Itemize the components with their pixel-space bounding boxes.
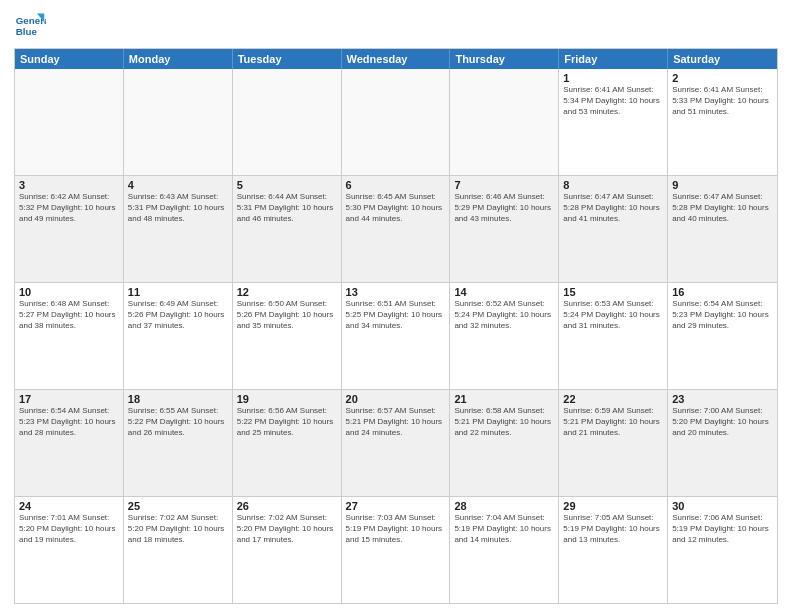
- day-info: Sunrise: 6:45 AM Sunset: 5:30 PM Dayligh…: [346, 192, 446, 224]
- day-info: Sunrise: 7:04 AM Sunset: 5:19 PM Dayligh…: [454, 513, 554, 545]
- day-number: 24: [19, 500, 119, 512]
- day-number: 15: [563, 286, 663, 298]
- calendar-cell: 11Sunrise: 6:49 AM Sunset: 5:26 PM Dayli…: [124, 283, 233, 389]
- day-number: 10: [19, 286, 119, 298]
- day-info: Sunrise: 6:43 AM Sunset: 5:31 PM Dayligh…: [128, 192, 228, 224]
- day-number: 25: [128, 500, 228, 512]
- day-info: Sunrise: 7:02 AM Sunset: 5:20 PM Dayligh…: [128, 513, 228, 545]
- day-number: 2: [672, 72, 773, 84]
- weekday-header-sunday: Sunday: [15, 49, 124, 69]
- calendar-cell: 15Sunrise: 6:53 AM Sunset: 5:24 PM Dayli…: [559, 283, 668, 389]
- day-info: Sunrise: 6:53 AM Sunset: 5:24 PM Dayligh…: [563, 299, 663, 331]
- day-number: 26: [237, 500, 337, 512]
- calendar-cell: 14Sunrise: 6:52 AM Sunset: 5:24 PM Dayli…: [450, 283, 559, 389]
- day-info: Sunrise: 6:56 AM Sunset: 5:22 PM Dayligh…: [237, 406, 337, 438]
- day-info: Sunrise: 6:57 AM Sunset: 5:21 PM Dayligh…: [346, 406, 446, 438]
- weekday-header-wednesday: Wednesday: [342, 49, 451, 69]
- day-number: 14: [454, 286, 554, 298]
- calendar-cell: 19Sunrise: 6:56 AM Sunset: 5:22 PM Dayli…: [233, 390, 342, 496]
- calendar-cell: 23Sunrise: 7:00 AM Sunset: 5:20 PM Dayli…: [668, 390, 777, 496]
- calendar-cell: 22Sunrise: 6:59 AM Sunset: 5:21 PM Dayli…: [559, 390, 668, 496]
- day-info: Sunrise: 6:47 AM Sunset: 5:28 PM Dayligh…: [672, 192, 773, 224]
- day-number: 22: [563, 393, 663, 405]
- day-info: Sunrise: 6:54 AM Sunset: 5:23 PM Dayligh…: [672, 299, 773, 331]
- calendar-cell: 1Sunrise: 6:41 AM Sunset: 5:34 PM Daylig…: [559, 69, 668, 175]
- day-number: 9: [672, 179, 773, 191]
- day-number: 1: [563, 72, 663, 84]
- day-number: 17: [19, 393, 119, 405]
- calendar-cell: 27Sunrise: 7:03 AM Sunset: 5:19 PM Dayli…: [342, 497, 451, 603]
- calendar-cell: 13Sunrise: 6:51 AM Sunset: 5:25 PM Dayli…: [342, 283, 451, 389]
- day-info: Sunrise: 6:58 AM Sunset: 5:21 PM Dayligh…: [454, 406, 554, 438]
- day-info: Sunrise: 6:54 AM Sunset: 5:23 PM Dayligh…: [19, 406, 119, 438]
- day-number: 29: [563, 500, 663, 512]
- calendar-header: SundayMondayTuesdayWednesdayThursdayFrid…: [15, 49, 777, 69]
- calendar-cell: 18Sunrise: 6:55 AM Sunset: 5:22 PM Dayli…: [124, 390, 233, 496]
- day-number: 7: [454, 179, 554, 191]
- day-number: 30: [672, 500, 773, 512]
- calendar-row-0: 1Sunrise: 6:41 AM Sunset: 5:34 PM Daylig…: [15, 69, 777, 175]
- weekday-header-tuesday: Tuesday: [233, 49, 342, 69]
- calendar: SundayMondayTuesdayWednesdayThursdayFrid…: [14, 48, 778, 604]
- day-number: 19: [237, 393, 337, 405]
- day-info: Sunrise: 6:55 AM Sunset: 5:22 PM Dayligh…: [128, 406, 228, 438]
- calendar-row-3: 17Sunrise: 6:54 AM Sunset: 5:23 PM Dayli…: [15, 389, 777, 496]
- day-info: Sunrise: 6:44 AM Sunset: 5:31 PM Dayligh…: [237, 192, 337, 224]
- day-number: 28: [454, 500, 554, 512]
- day-info: Sunrise: 7:00 AM Sunset: 5:20 PM Dayligh…: [672, 406, 773, 438]
- calendar-cell: 25Sunrise: 7:02 AM Sunset: 5:20 PM Dayli…: [124, 497, 233, 603]
- day-info: Sunrise: 7:05 AM Sunset: 5:19 PM Dayligh…: [563, 513, 663, 545]
- calendar-cell: 2Sunrise: 6:41 AM Sunset: 5:33 PM Daylig…: [668, 69, 777, 175]
- weekday-header-saturday: Saturday: [668, 49, 777, 69]
- calendar-row-2: 10Sunrise: 6:48 AM Sunset: 5:27 PM Dayli…: [15, 282, 777, 389]
- day-number: 27: [346, 500, 446, 512]
- day-info: Sunrise: 6:49 AM Sunset: 5:26 PM Dayligh…: [128, 299, 228, 331]
- calendar-cell: 21Sunrise: 6:58 AM Sunset: 5:21 PM Dayli…: [450, 390, 559, 496]
- day-info: Sunrise: 7:02 AM Sunset: 5:20 PM Dayligh…: [237, 513, 337, 545]
- day-number: 21: [454, 393, 554, 405]
- day-info: Sunrise: 6:48 AM Sunset: 5:27 PM Dayligh…: [19, 299, 119, 331]
- calendar-cell: 30Sunrise: 7:06 AM Sunset: 5:19 PM Dayli…: [668, 497, 777, 603]
- page: General Blue SundayMondayTuesdayWednesda…: [0, 0, 792, 612]
- calendar-cell: [342, 69, 451, 175]
- day-number: 18: [128, 393, 228, 405]
- day-info: Sunrise: 7:03 AM Sunset: 5:19 PM Dayligh…: [346, 513, 446, 545]
- day-info: Sunrise: 6:51 AM Sunset: 5:25 PM Dayligh…: [346, 299, 446, 331]
- day-number: 13: [346, 286, 446, 298]
- weekday-header-thursday: Thursday: [450, 49, 559, 69]
- day-number: 8: [563, 179, 663, 191]
- calendar-cell: 26Sunrise: 7:02 AM Sunset: 5:20 PM Dayli…: [233, 497, 342, 603]
- calendar-cell: 7Sunrise: 6:46 AM Sunset: 5:29 PM Daylig…: [450, 176, 559, 282]
- calendar-cell: 16Sunrise: 6:54 AM Sunset: 5:23 PM Dayli…: [668, 283, 777, 389]
- calendar-cell: [233, 69, 342, 175]
- day-number: 16: [672, 286, 773, 298]
- calendar-cell: 9Sunrise: 6:47 AM Sunset: 5:28 PM Daylig…: [668, 176, 777, 282]
- calendar-cell: 29Sunrise: 7:05 AM Sunset: 5:19 PM Dayli…: [559, 497, 668, 603]
- day-info: Sunrise: 6:59 AM Sunset: 5:21 PM Dayligh…: [563, 406, 663, 438]
- day-number: 5: [237, 179, 337, 191]
- day-number: 11: [128, 286, 228, 298]
- day-info: Sunrise: 7:01 AM Sunset: 5:20 PM Dayligh…: [19, 513, 119, 545]
- day-number: 6: [346, 179, 446, 191]
- day-info: Sunrise: 7:06 AM Sunset: 5:19 PM Dayligh…: [672, 513, 773, 545]
- day-info: Sunrise: 6:52 AM Sunset: 5:24 PM Dayligh…: [454, 299, 554, 331]
- header: General Blue: [14, 10, 778, 42]
- day-number: 12: [237, 286, 337, 298]
- calendar-cell: 10Sunrise: 6:48 AM Sunset: 5:27 PM Dayli…: [15, 283, 124, 389]
- calendar-cell: 8Sunrise: 6:47 AM Sunset: 5:28 PM Daylig…: [559, 176, 668, 282]
- weekday-header-friday: Friday: [559, 49, 668, 69]
- calendar-cell: [450, 69, 559, 175]
- calendar-cell: 28Sunrise: 7:04 AM Sunset: 5:19 PM Dayli…: [450, 497, 559, 603]
- calendar-cell: 17Sunrise: 6:54 AM Sunset: 5:23 PM Dayli…: [15, 390, 124, 496]
- calendar-cell: 4Sunrise: 6:43 AM Sunset: 5:31 PM Daylig…: [124, 176, 233, 282]
- calendar-row-1: 3Sunrise: 6:42 AM Sunset: 5:32 PM Daylig…: [15, 175, 777, 282]
- day-info: Sunrise: 6:42 AM Sunset: 5:32 PM Dayligh…: [19, 192, 119, 224]
- calendar-cell: [124, 69, 233, 175]
- day-number: 20: [346, 393, 446, 405]
- calendar-cell: 6Sunrise: 6:45 AM Sunset: 5:30 PM Daylig…: [342, 176, 451, 282]
- calendar-cell: 12Sunrise: 6:50 AM Sunset: 5:26 PM Dayli…: [233, 283, 342, 389]
- calendar-cell: 24Sunrise: 7:01 AM Sunset: 5:20 PM Dayli…: [15, 497, 124, 603]
- day-number: 3: [19, 179, 119, 191]
- day-info: Sunrise: 6:50 AM Sunset: 5:26 PM Dayligh…: [237, 299, 337, 331]
- day-info: Sunrise: 6:41 AM Sunset: 5:34 PM Dayligh…: [563, 85, 663, 117]
